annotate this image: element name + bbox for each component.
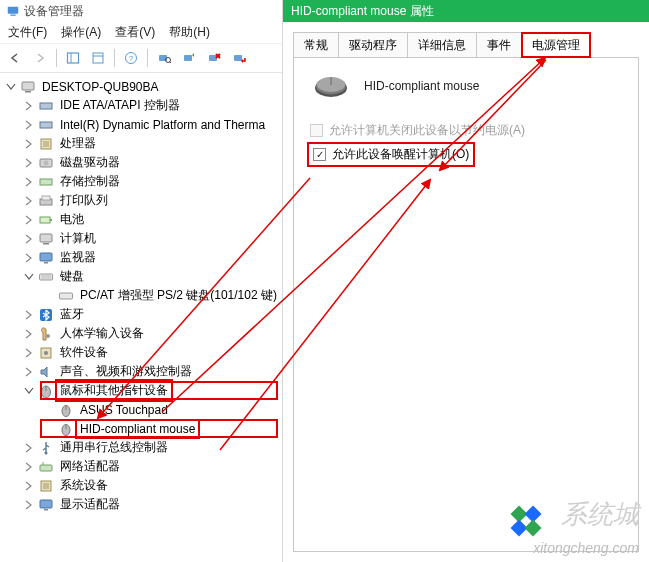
menu-view[interactable]: 查看(V): [115, 24, 155, 41]
expand-icon[interactable]: [22, 99, 36, 113]
tree-node-keyboard[interactable]: 键盘: [2, 267, 280, 286]
expand-icon[interactable]: [22, 118, 36, 132]
tree-node-cpu[interactable]: 处理器: [2, 134, 280, 153]
expand-icon[interactable]: [22, 137, 36, 151]
expand-icon[interactable]: [22, 156, 36, 170]
tree-root[interactable]: DESKTOP-QUB90BA: [2, 77, 280, 96]
tree-node-sound[interactable]: 声音、视频和游戏控制器: [2, 362, 280, 381]
option-allow-power-off: 允许计算机关闭此设备以节约电源(A): [310, 122, 622, 139]
toolbar: ?: [0, 44, 282, 73]
expand-spacer: [42, 289, 56, 303]
tree-node-label: HID-compliant mouse: [78, 422, 197, 436]
menu-file[interactable]: 文件(F): [8, 24, 47, 41]
svg-rect-49: [40, 465, 52, 471]
device-manager-window: 设备管理器 文件(F) 操作(A) 查看(V) 帮助(H) ?: [0, 0, 283, 562]
tree-node-mouse-asus[interactable]: ASUS Touchpad: [2, 400, 280, 419]
svg-rect-32: [40, 253, 52, 261]
scan-hardware-button[interactable]: [153, 47, 175, 69]
tree-node-monitor[interactable]: 监视器: [2, 248, 280, 267]
uninstall-button[interactable]: [203, 47, 225, 69]
checkbox-wake[interactable]: [313, 148, 326, 161]
disable-button[interactable]: [228, 47, 250, 69]
tab-power-management[interactable]: 电源管理: [521, 32, 591, 58]
show-hide-tree-button[interactable]: [62, 47, 84, 69]
tree-node-usb[interactable]: 通用串行总线控制器: [2, 438, 280, 457]
tree-node-sysdev[interactable]: 系统设备: [2, 476, 280, 495]
svg-point-41: [44, 351, 48, 355]
tree-node-label: IDE ATA/ATAPI 控制器: [58, 97, 182, 114]
expand-icon[interactable]: [22, 232, 36, 246]
sysdev-icon: [38, 478, 54, 494]
expand-icon[interactable]: [4, 80, 18, 94]
tree-node-net[interactable]: 网络适配器: [2, 457, 280, 476]
tree-node-bt[interactable]: 蓝牙: [2, 305, 280, 324]
watermark-url: xitongcheng.com: [533, 540, 639, 556]
tab-driver[interactable]: 驱动程序: [338, 32, 408, 58]
svg-rect-31: [43, 243, 49, 245]
tree-node-label: 系统设备: [58, 477, 110, 494]
device-header: HID-compliant mouse: [310, 72, 622, 100]
expand-icon[interactable]: [22, 479, 36, 493]
expand-icon[interactable]: [22, 365, 36, 379]
svg-line-10: [170, 62, 172, 64]
tab-details[interactable]: 详细信息: [407, 32, 477, 58]
tree-node-kb-ps2[interactable]: PC/AT 增强型 PS/2 键盘(101/102 键): [2, 286, 280, 305]
svg-rect-25: [40, 179, 52, 185]
svg-point-48: [45, 451, 48, 454]
tree-node-label: 显示适配器: [58, 496, 122, 513]
device-tree[interactable]: DESKTOP-QUB90BA IDE ATA/ATAPI 控制器Intel(R…: [0, 73, 282, 562]
expand-icon[interactable]: [22, 213, 36, 227]
hid-icon: [38, 326, 54, 342]
update-driver-button[interactable]: [178, 47, 200, 69]
tab-general[interactable]: 常规: [293, 32, 339, 58]
expand-icon[interactable]: [22, 327, 36, 341]
storage-icon: [38, 174, 54, 190]
menu-help[interactable]: 帮助(H): [169, 24, 210, 41]
tree-node-storage[interactable]: 存储控制器: [2, 172, 280, 191]
tree-node-label: 蓝牙: [58, 306, 86, 323]
tree-node-sw[interactable]: 软件设备: [2, 343, 280, 362]
tree-node-mouse-hid[interactable]: HID-compliant mouse: [2, 419, 280, 438]
tree-node-computer[interactable]: 计算机: [2, 229, 280, 248]
device-name: HID-compliant mouse: [364, 79, 479, 93]
forward-button[interactable]: [29, 47, 51, 69]
tree-node-display[interactable]: 显示适配器: [2, 495, 280, 514]
expand-icon[interactable]: [22, 460, 36, 474]
back-button[interactable]: [4, 47, 26, 69]
expand-icon[interactable]: [22, 346, 36, 360]
expand-icon[interactable]: [22, 498, 36, 512]
tree-node-disk[interactable]: 磁盘驱动器: [2, 153, 280, 172]
tree-node-label: 磁盘驱动器: [58, 154, 122, 171]
svg-rect-20: [40, 122, 52, 128]
expand-icon[interactable]: [22, 175, 36, 189]
expand-icon[interactable]: [22, 251, 36, 265]
tab-events[interactable]: 事件: [476, 32, 522, 58]
expand-icon[interactable]: [22, 194, 36, 208]
svg-point-24: [44, 160, 49, 165]
tree-node-intel[interactable]: Intel(R) Dynamic Platform and Therma: [2, 115, 280, 134]
tree-node-ide[interactable]: IDE ATA/ATAPI 控制器: [2, 96, 280, 115]
disk-icon: [38, 155, 54, 171]
svg-rect-2: [68, 53, 79, 63]
svg-rect-22: [43, 141, 49, 147]
option-allow-wake[interactable]: 允许此设备唤醒计算机(O): [310, 145, 472, 164]
help-button[interactable]: ?: [120, 47, 142, 69]
tree-node-label: 监视器: [58, 249, 98, 266]
expand-icon[interactable]: [22, 270, 36, 284]
menu-bar: 文件(F) 操作(A) 查看(V) 帮助(H): [0, 22, 282, 44]
tree-node-battery[interactable]: 电池: [2, 210, 280, 229]
mouse-asus-icon: [58, 402, 74, 418]
computer-icon: [20, 79, 36, 95]
svg-rect-30: [40, 234, 52, 242]
menu-action[interactable]: 操作(A): [61, 24, 101, 41]
watermark-brand: 系统城: [561, 497, 639, 532]
expand-icon[interactable]: [22, 384, 36, 398]
expand-icon[interactable]: [22, 441, 36, 455]
intel-icon: [38, 117, 54, 133]
tree-node-printq[interactable]: 打印队列: [2, 191, 280, 210]
tree-node-mouse[interactable]: 鼠标和其他指针设备: [2, 381, 280, 400]
properties-button[interactable]: [87, 47, 109, 69]
battery-icon: [38, 212, 54, 228]
tree-node-hid[interactable]: 人体学输入设备: [2, 324, 280, 343]
expand-icon[interactable]: [22, 308, 36, 322]
